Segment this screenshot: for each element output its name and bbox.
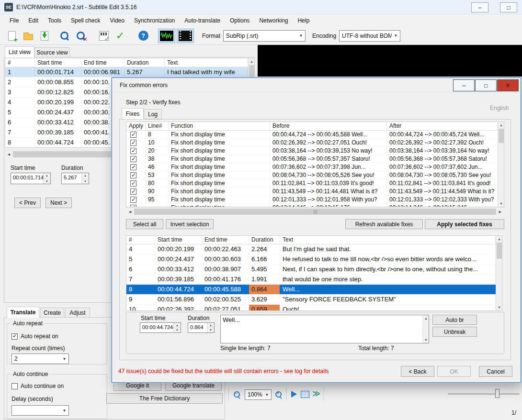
play-button[interactable] [291,391,297,398]
step-up-icon[interactable] [82,173,89,179]
scroll-up-icon[interactable] [496,236,502,242]
menu-networking[interactable]: Networking [254,14,293,27]
dialog-minimize-button[interactable] [453,79,475,91]
menu-file[interactable]: File [5,14,23,27]
fix-row[interactable]: 38Fix short display time00:05:56,368 -->… [126,155,498,163]
tab-log[interactable]: Log [144,109,162,119]
column-header[interactable]: Function [169,122,270,130]
column-header[interactable]: # [5,58,35,67]
dialog-list-vscrollbar[interactable] [496,236,502,310]
step-down-icon[interactable] [82,179,89,184]
column-header[interactable]: Before [270,122,387,130]
duration-stepper[interactable]: 5.267 [61,173,89,184]
apply-selected-fixes-button[interactable]: Apply selected fixes [425,219,504,229]
fix-row[interactable]: 8Fix short display time00:00:44,724 --> … [126,131,498,139]
apply-checkbox[interactable] [130,180,136,187]
auto-repeat-checkbox-row[interactable]: Auto repeat on [11,333,58,340]
scroll-up-icon[interactable] [498,122,504,128]
replace-button[interactable] [73,28,89,44]
column-header[interactable]: Duration [249,236,280,244]
subtitle-text-input[interactable]: Well... [220,315,429,343]
scroll-up-icon[interactable] [249,58,255,65]
prev-button[interactable]: < Prev [14,198,41,208]
scroll-down-icon[interactable] [423,337,429,343]
column-header[interactable]: Text [280,236,496,244]
dialog-close-button[interactable] [497,79,519,91]
start-time-stepper[interactable]: 00:00:01.714 [11,173,51,184]
main-subtitle-row[interactable]: 100:00:01.71400:00:06.9815.267I had talk… [5,67,248,77]
column-header[interactable]: Text [165,58,248,67]
apply-checkbox[interactable] [130,205,136,207]
scrollbar-thumb[interactable] [497,243,502,259]
next-button[interactable]: Next > [45,198,72,208]
scrollbar-thumb[interactable] [499,129,504,143]
find-button[interactable] [57,28,73,44]
menu-options[interactable]: Options [225,14,254,27]
select-all-button[interactable]: Select all [126,219,163,229]
apply-checkbox[interactable] [130,132,136,138]
menu-auto-translate[interactable]: Auto-translate [180,14,225,27]
tab-translate[interactable]: Translate [7,307,39,318]
fast-forward-button[interactable] [312,390,320,398]
fix-common-errors-button[interactable] [96,28,112,44]
step-down-icon[interactable] [207,328,214,333]
apply-checkbox[interactable] [130,172,136,178]
spell-check-button[interactable] [112,28,128,44]
scroll-left-icon[interactable] [6,151,12,157]
repeat-count-select[interactable]: 2 [11,354,69,364]
column-header[interactable]: Line# [146,122,169,130]
scrollbar-thumb[interactable] [134,209,496,215]
menu-spell-check[interactable]: Spell check [66,14,105,27]
seek-slider-thumb[interactable] [495,389,499,398]
apply-checkbox[interactable] [130,197,136,203]
scroll-left-icon[interactable] [127,209,133,215]
dialog-subtitle-row[interactable]: 700:00:39.18500:00:41.1761.991that would… [126,275,496,285]
column-header[interactable]: # [126,236,155,244]
step-up-icon[interactable] [44,173,50,179]
open-file-button[interactable] [20,28,36,44]
fix-row[interactable]: 10Fix short display time00:02:26,392 -->… [126,139,498,147]
save-button[interactable] [36,28,53,44]
dialog-subtitle-row[interactable]: 400:00:20.19900:00:22.4632.264But I'm gl… [126,244,496,254]
free-dictionary-button[interactable]: The Free Dictionary [106,393,223,404]
step-up-icon[interactable] [174,323,181,328]
step-down-icon[interactable] [174,328,181,333]
tab-source-view[interactable]: Source view [34,47,70,57]
auto-repeat-checkbox[interactable] [11,333,18,340]
apply-checkbox[interactable] [130,140,136,146]
scrollbar-thumb[interactable] [249,65,254,77]
dialog-subtitle-row[interactable]: 600:00:33.41200:00:38.9075.495Next, if I… [126,265,496,275]
fix-row[interactable]: Fix short display time00:12:14,246 --> 0… [126,204,498,207]
help-button[interactable] [135,28,151,44]
minimize-button[interactable] [471,2,488,12]
zoom-level-select[interactable]: 100% [245,389,272,400]
menu-synchronization[interactable]: Synchronization [129,14,180,27]
dialog-maximize-button[interactable] [475,79,497,91]
waveform-view-button[interactable] [301,391,309,398]
scroll-right-icon[interactable] [497,209,503,215]
auto-br-button[interactable]: Auto br [432,315,477,325]
dialog-subtitle-row[interactable]: 800:00:44.72400:00:45.5880.864Well... [126,285,496,295]
dialog-subtitle-row[interactable]: 500:00:24.43700:00:30.6036.166He refused… [126,254,496,265]
seek-slider-track[interactable] [448,393,520,395]
auto-continue-checkbox[interactable] [11,383,18,389]
waveform-toggle[interactable] [158,29,175,43]
ok-button[interactable]: OK [437,366,471,377]
tab-create[interactable]: Create [40,308,64,318]
column-header[interactable]: End time [81,58,125,67]
invert-selection-button[interactable]: Invert selection [166,219,214,229]
column-header[interactable]: End time [202,236,249,244]
step-down-icon[interactable] [44,179,50,184]
maximize-button[interactable] [500,2,517,12]
video-toggle[interactable] [177,29,194,43]
scroll-down-icon[interactable] [496,304,502,310]
step-up-icon[interactable] [207,323,214,328]
refresh-fixes-button[interactable]: Refresh available fixes [345,219,423,229]
fix-row[interactable]: 90Fix short display time00:11:43,549 -->… [126,188,498,196]
tab-fixes[interactable]: Fixes [122,108,144,119]
fix-row[interactable]: 95Fix short display time00:12:01,333 -->… [126,196,498,204]
column-header[interactable]: Apply [126,122,146,130]
apply-checkbox[interactable] [130,156,136,162]
dialog-subtitle-row[interactable]: 900:01:56.89600:02:00.5253.629"Sensory F… [126,295,496,305]
apply-checkbox[interactable] [130,148,136,154]
